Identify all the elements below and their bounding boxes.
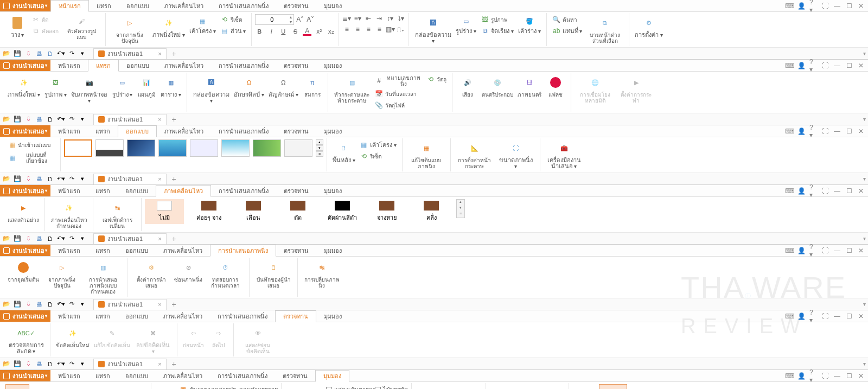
new-doc-icon[interactable]: + bbox=[172, 360, 176, 368]
tab-home[interactable]: หน้าแรก bbox=[50, 370, 88, 381]
minimize-icon[interactable]: — bbox=[833, 187, 841, 195]
text-box-button[interactable]: 🅰กล่องข้อความ ▾ bbox=[190, 74, 232, 105]
gallery-more-icon[interactable]: ≡ bbox=[457, 212, 464, 218]
save-icon[interactable]: 💾 bbox=[13, 300, 22, 309]
close-icon[interactable]: ✕ bbox=[857, 313, 865, 320]
close-doc-icon[interactable]: × bbox=[158, 176, 161, 182]
from-current-slide-button[interactable]: ▷จากภาพนิ่งปัจจุบัน bbox=[109, 14, 150, 45]
from-start-button[interactable]: จากจุดเริ่มต้น bbox=[5, 259, 41, 284]
settings-button[interactable]: ⚙การตั้งค่า ▾ bbox=[633, 14, 665, 39]
tab-insert[interactable]: แทรก bbox=[88, 60, 119, 72]
transition-none[interactable]: ไม่มี bbox=[145, 199, 184, 224]
redo-icon[interactable]: ↷ bbox=[67, 175, 76, 183]
grow-font-icon[interactable]: A˄ bbox=[296, 15, 304, 24]
new-comment-button[interactable]: ✨ข้อคิดเห็นใหม่ bbox=[54, 324, 92, 349]
audio-button[interactable]: 🔊เสียง bbox=[456, 74, 480, 99]
from-current-button[interactable]: ▷จากภาพนิ่งปัจจุบัน bbox=[41, 259, 82, 290]
align-right-icon[interactable]: ≡ bbox=[364, 25, 373, 34]
picture-button[interactable]: 🖼รูปภาพ ▾ bbox=[42, 74, 69, 99]
chart-button[interactable]: 📊แผนภูมิ bbox=[135, 74, 158, 99]
theme-thumb[interactable] bbox=[190, 139, 218, 157]
tab-animation[interactable]: ภาพเคลื่อนไหว bbox=[156, 245, 210, 256]
numbering-icon[interactable]: ≡▾ bbox=[353, 14, 362, 23]
qat-more-icon[interactable]: ▾ bbox=[78, 234, 87, 243]
save-icon[interactable]: 💾 bbox=[13, 234, 22, 243]
tab-home[interactable]: หน้าแรก bbox=[50, 310, 88, 322]
export-pdf-icon[interactable]: ⇩ bbox=[24, 234, 33, 243]
help-icon[interactable]: ? ▾ bbox=[809, 62, 817, 69]
undo-icon[interactable]: ↶▾ bbox=[56, 175, 65, 183]
tab-view[interactable]: มุมมอง bbox=[316, 125, 349, 137]
replace-button[interactable]: abแทนที่ ▾ bbox=[550, 25, 585, 36]
lang-icon[interactable]: ⌨ bbox=[786, 247, 793, 254]
fullscreen-icon[interactable]: ⛶ bbox=[821, 313, 829, 320]
tab-view[interactable]: มุมมอง bbox=[316, 185, 349, 196]
redo-icon[interactable]: ↷ bbox=[67, 49, 76, 58]
hyperlink-button[interactable]: 🌐การเชื่อมโยงหลายมิติ bbox=[575, 74, 616, 105]
qat-more-icon[interactable]: ▾ bbox=[78, 300, 87, 309]
bullets-icon[interactable]: ≣▾ bbox=[342, 14, 351, 23]
page-setup-button[interactable]: 📐การตั้งค่าหน้ากระดาษ bbox=[454, 139, 495, 170]
theme-thumb[interactable] bbox=[158, 139, 187, 157]
ruler-check[interactable]: ไม้บรรทัด bbox=[375, 384, 408, 389]
print-preview-icon[interactable]: 🗋 bbox=[46, 175, 54, 183]
next-comment-button[interactable]: ⇨ถัดไป bbox=[206, 324, 230, 349]
line-spacing-icon[interactable]: ↕▾ bbox=[386, 14, 394, 23]
tab-design[interactable]: ออกแบบ bbox=[118, 310, 156, 322]
import-template-button[interactable]: ▦นำเข้าแม่แบบ bbox=[5, 139, 57, 150]
redo-icon[interactable]: ↷ bbox=[67, 300, 76, 309]
wordart-button[interactable]: Ωอักษรศิลป์ ▾ bbox=[232, 74, 266, 99]
file-tab[interactable]: งานนำเสนอ▾ bbox=[0, 370, 50, 381]
indent-dec-icon[interactable]: ⇤ bbox=[364, 14, 373, 23]
transition-effects-button[interactable]: ↹เอฟเฟ็กต์การเปลี่ยน bbox=[97, 199, 138, 230]
save-icon[interactable]: 💾 bbox=[13, 115, 22, 124]
screenshot-button[interactable]: 📷จับภาพหน้าจอ ▾ bbox=[69, 74, 110, 105]
close-doc-icon[interactable]: × bbox=[158, 50, 161, 57]
shapes-button[interactable]: ▭รูปร่าง ▾ bbox=[110, 74, 135, 99]
preview-button[interactable]: ▶แสดงตัวอย่าง bbox=[5, 199, 41, 224]
tab-animation[interactable]: ภาพเคลื่อนไหว bbox=[156, 310, 210, 322]
normal-view-button[interactable]: ▣ปกติ bbox=[5, 384, 29, 389]
developer-button[interactable]: ⚙นักพัฒนา bbox=[599, 384, 627, 389]
tab-animation[interactable]: ภาพเคลื่อนไหว bbox=[157, 125, 211, 137]
print-icon[interactable]: 🖶 bbox=[35, 300, 43, 309]
indent-inc-icon[interactable]: ⇥ bbox=[375, 14, 384, 23]
gallery-up-icon[interactable]: ▴ bbox=[316, 139, 323, 145]
switch-slide-button[interactable]: ↹การเปลี่ยนภาพนิ่ง bbox=[301, 259, 342, 290]
gallery-more-icon[interactable]: ≡ bbox=[316, 151, 323, 157]
gallery-up-icon[interactable]: ▴ bbox=[457, 200, 464, 206]
new-window-button[interactable]: ✨หน้าต่างใหม่ bbox=[531, 384, 565, 389]
underline-icon[interactable]: U bbox=[279, 27, 288, 36]
symbol-button[interactable]: Ωสัญลักษณ์ ▾ bbox=[266, 74, 301, 99]
macro-button[interactable]: ▶แมโคร ▾ bbox=[572, 384, 599, 389]
close-icon[interactable]: ✕ bbox=[857, 62, 865, 69]
document-tab[interactable]: งานนำเสนอ1× bbox=[93, 233, 167, 244]
undo-icon[interactable]: ↶▾ bbox=[56, 49, 65, 58]
italic-icon[interactable]: I bbox=[267, 27, 276, 36]
ribbon-collapse-icon[interactable]: ▾ bbox=[863, 116, 866, 122]
tab-home[interactable]: หน้าแรก bbox=[50, 125, 88, 137]
copy-button[interactable]: ⧉คัดลอก bbox=[29, 25, 61, 36]
undo-icon[interactable]: ↶▾ bbox=[56, 234, 65, 243]
section-button[interactable]: ▤ส่วน ▾ bbox=[218, 25, 248, 36]
close-doc-icon[interactable]: × bbox=[158, 116, 161, 123]
user-icon[interactable]: 👤 bbox=[797, 247, 805, 254]
tab-slideshow[interactable]: การนำเสนอภาพนิ่ง bbox=[211, 125, 276, 137]
font-color-icon[interactable]: A bbox=[303, 27, 311, 36]
tab-review[interactable]: ตรวจทาน bbox=[276, 0, 316, 11]
user-icon[interactable]: 👤 bbox=[797, 187, 805, 195]
tab-slideshow[interactable]: การนำเสนอภาพนิ่ง bbox=[211, 185, 276, 196]
ribbon-collapse-icon[interactable]: ▾ bbox=[863, 50, 866, 56]
help-icon[interactable]: ? ▾ bbox=[809, 247, 817, 254]
align-vertical-icon[interactable]: ⎍▾ bbox=[397, 25, 405, 34]
object-file-button[interactable]: 📎วัตถุไฟล์ bbox=[373, 100, 424, 111]
maximize-icon[interactable]: ☐ bbox=[845, 187, 853, 195]
arrange-button[interactable]: ⧉จัดเรียง ▾ bbox=[478, 25, 516, 36]
tab-view[interactable]: มุมมอง bbox=[316, 245, 349, 256]
shrink-font-icon[interactable]: A˅ bbox=[306, 15, 315, 24]
ribbon-collapse-icon[interactable]: ▾ bbox=[863, 301, 866, 307]
new-doc-icon[interactable]: + bbox=[172, 49, 176, 58]
document-tab[interactable]: งานนำเสนอ1× bbox=[93, 174, 167, 184]
transition-cut[interactable]: ตัด bbox=[278, 199, 317, 224]
theme-gallery[interactable]: ▴▾≡ bbox=[64, 139, 323, 157]
